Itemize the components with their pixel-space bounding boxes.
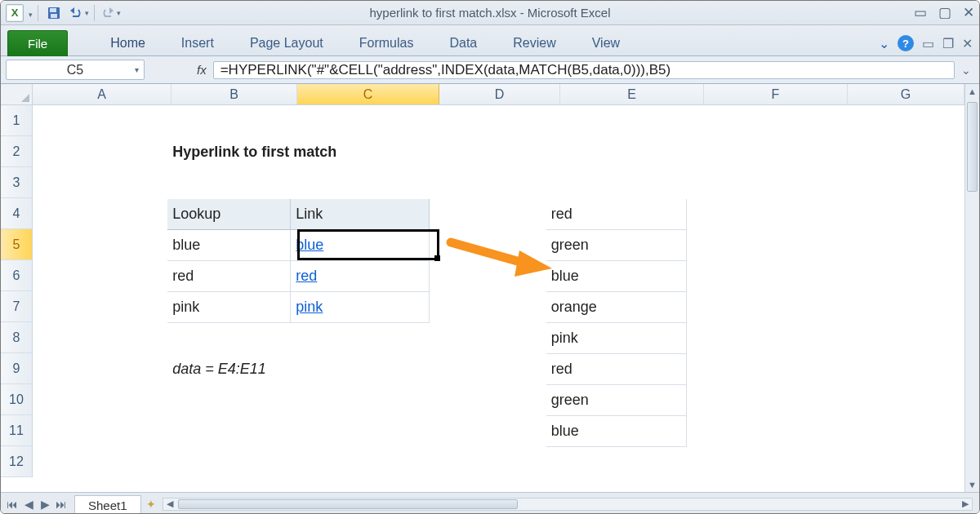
cell-E9[interactable]: red xyxy=(546,354,686,385)
hscroll-right-icon[interactable]: ▶ xyxy=(959,498,972,510)
cell-C6[interactable]: red xyxy=(291,261,429,292)
cell-E7[interactable]: orange xyxy=(546,292,686,323)
svg-rect-2 xyxy=(51,14,57,18)
cell-C5[interactable]: blue xyxy=(291,230,429,261)
cell-E5[interactable]: green xyxy=(546,230,686,261)
hyperlink[interactable]: pink xyxy=(296,299,323,315)
window-title: hyperlink to first match.xlsx - Microsof… xyxy=(369,6,610,20)
save-icon[interactable] xyxy=(43,3,65,23)
undo-icon[interactable] xyxy=(68,3,89,23)
col-header-D[interactable]: D xyxy=(439,84,560,104)
row-header-2[interactable]: 2 xyxy=(1,136,33,167)
cell-E8[interactable]: pink xyxy=(546,323,686,354)
hscroll-left-icon[interactable]: ◀ xyxy=(163,498,176,510)
select-all-corner[interactable] xyxy=(1,84,33,105)
cell-E11[interactable]: blue xyxy=(546,416,686,447)
formula-expand-icon[interactable]: ⌄ xyxy=(958,64,974,77)
cell-E6[interactable]: blue xyxy=(546,261,686,292)
sheet-tab-sheet1[interactable]: Sheet1 xyxy=(74,495,141,515)
workbook-minimize-icon[interactable]: ▭ xyxy=(922,36,934,51)
close-icon[interactable]: ✕ xyxy=(963,4,974,21)
cell-E4[interactable]: red xyxy=(546,199,686,230)
cell-C7[interactable]: pink xyxy=(291,292,429,323)
tab-insert[interactable]: Insert xyxy=(163,31,232,55)
window-controls: ▭ ▢ ✕ xyxy=(914,4,974,21)
sheet-nav-next-icon[interactable]: ▶ xyxy=(37,496,53,512)
sheet-nav-prev-icon[interactable]: ◀ xyxy=(20,496,37,512)
sheet-nav-buttons: ⏮ ◀ ▶ ⏭ xyxy=(4,496,69,512)
ribbon-minimize-chevron-icon[interactable]: ⌄ xyxy=(879,36,889,51)
col-header-B[interactable]: B xyxy=(172,84,297,104)
file-tab[interactable]: File xyxy=(7,30,68,56)
formula-input[interactable]: =HYPERLINK("#"&CELL("address",INDEX(data… xyxy=(213,61,955,79)
excel-logo-icon: X xyxy=(6,4,24,22)
cell-B4[interactable]: Lookup xyxy=(167,199,291,230)
cell-B7[interactable]: pink xyxy=(167,292,291,323)
arrow-icon xyxy=(444,229,559,278)
row-header-4[interactable]: 4 xyxy=(1,198,33,229)
cell-C4[interactable]: Link xyxy=(291,199,429,230)
column-headers: A B C D E F G xyxy=(33,84,964,105)
col-header-F[interactable]: F xyxy=(704,84,848,104)
row-header-5[interactable]: 5 xyxy=(1,229,33,260)
hyperlink[interactable]: red xyxy=(296,268,317,284)
named-range-note: data = E4:E11 xyxy=(167,354,429,385)
workbook-close-icon[interactable]: ✕ xyxy=(962,36,973,51)
col-header-G[interactable]: G xyxy=(848,84,964,104)
minimize-icon[interactable]: ▭ xyxy=(914,4,927,21)
tab-view[interactable]: View xyxy=(574,31,638,55)
ribbon-tabs: File Home Insert Page Layout Formulas Da… xyxy=(1,25,979,56)
row-header-8[interactable]: 8 xyxy=(1,322,33,353)
name-box[interactable]: C5 xyxy=(6,60,145,80)
row-headers: 1 2 3 4 5 6 7 8 9 10 11 12 xyxy=(1,105,33,477)
formula-bar: C5 ✕ ✓ fx =HYPERLINK("#"&CELL("address",… xyxy=(1,56,979,84)
scroll-thumb[interactable] xyxy=(967,102,978,192)
help-icon[interactable]: ? xyxy=(898,35,914,51)
tab-review[interactable]: Review xyxy=(495,31,573,55)
row-header-10[interactable]: 10 xyxy=(1,384,33,415)
title-bar: X hyperlink to first match.xlsx - Micros… xyxy=(1,1,979,25)
cell-E10[interactable]: green xyxy=(546,385,686,416)
sheet-nav-first-icon[interactable]: ⏮ xyxy=(4,496,20,512)
fx-label[interactable]: fx xyxy=(194,63,210,77)
scroll-up-icon[interactable]: ▲ xyxy=(965,84,979,99)
tab-page-layout[interactable]: Page Layout xyxy=(232,31,341,55)
worksheet-grid[interactable]: A B C D E F G 1 2 3 4 5 6 7 8 9 10 11 12… xyxy=(1,84,979,492)
cell-B5[interactable]: blue xyxy=(167,230,291,261)
row-header-6[interactable]: 6 xyxy=(1,260,33,291)
svg-line-3 xyxy=(451,242,526,264)
vertical-scrollbar[interactable]: ▲ ▼ xyxy=(964,84,979,492)
new-sheet-icon[interactable]: ✦ xyxy=(146,498,156,511)
tab-home[interactable]: Home xyxy=(92,31,163,55)
cell-B6[interactable]: red xyxy=(167,261,291,292)
row-header-12[interactable]: 12 xyxy=(1,446,33,477)
redo-icon[interactable] xyxy=(100,3,121,23)
col-header-E[interactable]: E xyxy=(560,84,704,104)
hscroll-thumb[interactable] xyxy=(178,499,518,509)
row-header-11[interactable]: 11 xyxy=(1,415,33,446)
sheet-title: Hyperlink to first match xyxy=(167,137,546,168)
cell-area[interactable]: Hyperlink to first match Lookup Link red… xyxy=(33,105,964,492)
svg-rect-1 xyxy=(50,8,56,12)
row-header-7[interactable]: 7 xyxy=(1,291,33,322)
svg-marker-4 xyxy=(514,250,552,277)
row-header-1[interactable]: 1 xyxy=(1,105,33,136)
col-header-A[interactable]: A xyxy=(33,84,172,104)
maximize-icon[interactable]: ▢ xyxy=(938,4,951,21)
row-header-9[interactable]: 9 xyxy=(1,353,33,384)
sheet-nav-last-icon[interactable]: ⏭ xyxy=(53,496,69,512)
row-header-3[interactable]: 3 xyxy=(1,167,33,198)
scroll-down-icon[interactable]: ▼ xyxy=(965,477,979,492)
workbook-restore-icon[interactable]: ❐ xyxy=(942,36,954,51)
col-header-C[interactable]: C xyxy=(297,84,439,104)
sheet-tab-bar: ⏮ ◀ ▶ ⏭ Sheet1 ✦ ◀ ▶ xyxy=(1,492,979,514)
hyperlink[interactable]: blue xyxy=(296,237,323,253)
tab-data[interactable]: Data xyxy=(431,31,495,55)
tab-formulas[interactable]: Formulas xyxy=(341,31,432,55)
quick-access-toolbar: X xyxy=(6,3,121,23)
qat-app-dropdown[interactable] xyxy=(27,7,33,20)
horizontal-scrollbar[interactable]: ◀ ▶ xyxy=(163,498,973,511)
